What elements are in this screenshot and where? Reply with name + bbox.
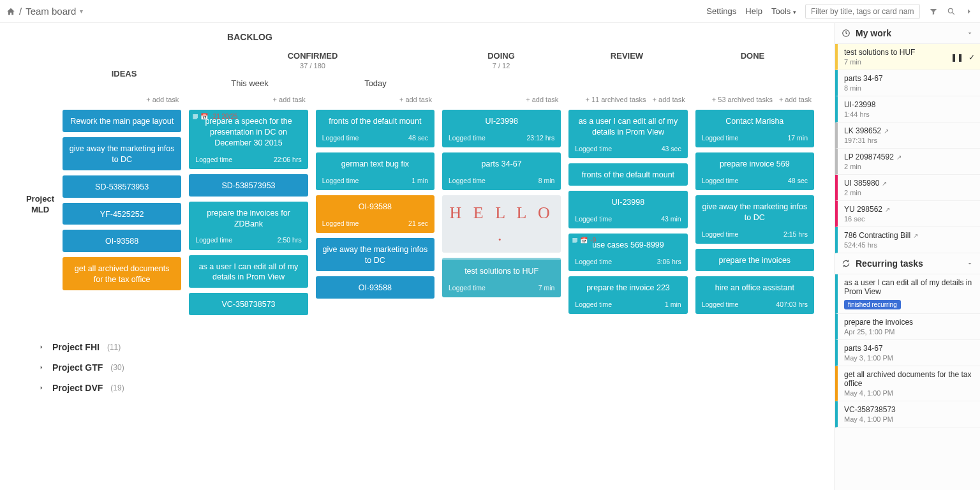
doing-header: DOING [438,51,564,61]
settings-link[interactable]: Settings [706,6,736,16]
card[interactable]: Contact MarishaLogged time17 min [695,110,814,147]
add-task[interactable]: + add task [779,96,812,103]
card[interactable]: parts 34-67Logged time8 min [442,152,561,190]
card[interactable]: 📅-21 20/25prepare a speech for the prese… [189,110,308,169]
confirmed-count: 37 / 180 [187,62,438,70]
card[interactable]: OI-93588 [316,276,434,299]
help-link[interactable]: Help [745,6,762,16]
review-header: REVIEW [564,51,690,88]
card[interactable]: as a user I can edit all of my details i… [189,255,308,288]
side-item[interactable]: LP 209874592↗2 min [835,149,980,175]
side-item[interactable]: test solutions to HUF7 min❚❚✓ [835,44,980,70]
card[interactable]: prepare the invoices [695,249,814,271]
card[interactable]: prepare the invoice 223Logged time1 min [568,276,687,314]
card[interactable]: VC-358738573 [189,293,308,315]
side-item[interactable]: prepare the invoicesApr 25, 1:00 PM [835,314,980,340]
archived-link[interactable]: + 53 archived tasks [712,96,773,103]
recurring-title[interactable]: Recurring tasks [856,258,923,269]
add-task[interactable]: + add task [273,96,306,103]
chevron-down-icon[interactable] [966,29,974,37]
card[interactable]: fronts of the default mountLogged time48… [316,110,434,147]
card[interactable]: as a user I can edit all of my details i… [568,110,687,158]
card[interactable]: fronts of the default mount [568,163,687,186]
card[interactable]: prepare invoice 569Logged time48 sec [695,152,814,190]
side-item[interactable]: 786 Contracting Bill↗524:45 hrs [835,227,980,253]
collapsed-lane[interactable]: Project DVF(19) [0,378,835,398]
tools-link[interactable]: Tools ▾ [771,6,796,16]
breadcrumb-caret[interactable]: ▾ [80,8,83,15]
breadcrumb[interactable]: Team board [26,6,76,17]
card[interactable]: prepare the invoices for ZDBankLogged ti… [189,202,308,250]
add-task[interactable]: + add task [399,96,432,103]
side-item[interactable]: VC-358738573May 4, 1:00 PM [835,401,980,427]
search-icon[interactable] [947,7,956,16]
card[interactable]: UI-23998Logged time23:12 hrs [442,110,561,147]
side-item[interactable]: YU 298562↗16 sec [835,201,980,227]
card[interactable]: OI-93588Logged time21 sec [316,195,434,233]
side-item[interactable]: LK 398652↗197:31 hrs [835,122,980,149]
lane-label: Project MLD [19,92,61,318]
doing-count: 7 / 12 [438,62,564,70]
chevron-down-icon[interactable] [966,260,974,267]
collapsed-lane[interactable]: Project GTF(30) [0,357,835,378]
side-item[interactable]: parts 34-67May 3, 1:00 PM [835,340,980,366]
card[interactable]: get all archived documents for the tax o… [63,257,181,290]
add-task[interactable]: + add task [526,96,558,103]
card[interactable]: 📅-9use cases 569-8999Logged time3:06 hrs [568,234,687,271]
card[interactable]: test solutions to HUFLogged time7 min [442,258,561,297]
card[interactable]: OI-93588 [63,230,181,252]
refresh-icon [842,259,850,268]
clock-icon [842,29,850,38]
archived-link[interactable]: + 11 archived tasks [585,96,646,103]
side-item[interactable]: get all archived documents for the tax o… [835,366,980,401]
svg-line-1 [953,12,954,14]
done-header: DONE [690,51,815,88]
side-item[interactable]: parts 34-678 min [835,70,980,96]
side-item[interactable]: UI-239981:44 hrs [835,96,980,122]
side-item[interactable]: as a user I can edit all of my details i… [835,274,980,314]
card[interactable]: UI-23998Logged time43 min [568,191,687,228]
card[interactable]: german text bug fixLogged time1 min [316,152,434,190]
svg-point-0 [948,8,953,13]
check-icon[interactable]: ✓ [969,53,975,62]
pause-icon[interactable]: ❚❚ [951,53,963,62]
card[interactable]: hire an office assistantLogged time407:0… [695,276,814,314]
collapsed-lane[interactable]: Project FHI(11) [0,337,835,357]
card-image[interactable]: H E L L O . [442,195,561,253]
backlog-header: BACKLOG [61,23,438,51]
card[interactable]: give away the marketing infos to DC [316,238,434,271]
home-icon[interactable] [6,7,15,16]
card[interactable]: SD-538573953 [63,175,181,198]
expand-icon[interactable] [965,7,974,16]
card[interactable]: SD-538573953 [189,174,308,197]
card[interactable]: give away the marketing infos to DC [63,137,181,170]
breadcrumb-sep: / [19,6,22,17]
today-header: Today [313,78,438,88]
filter-icon[interactable] [929,7,938,16]
thisweek-header: This week [187,78,313,88]
card[interactable]: give away the marketing infos to DCLogge… [695,195,814,244]
confirmed-header: CONFIRMED [187,51,438,61]
add-task[interactable]: + add task [653,96,685,103]
card[interactable]: Rework the main page layout [63,110,181,132]
card[interactable]: YF-4525252 [63,203,181,225]
add-task[interactable]: + add task [146,96,179,103]
side-item[interactable]: UI 385980↗2 min [835,175,980,201]
search-input[interactable] [805,4,920,19]
ideas-header: IDEAS [61,51,187,88]
mywork-title[interactable]: My work [856,28,891,38]
